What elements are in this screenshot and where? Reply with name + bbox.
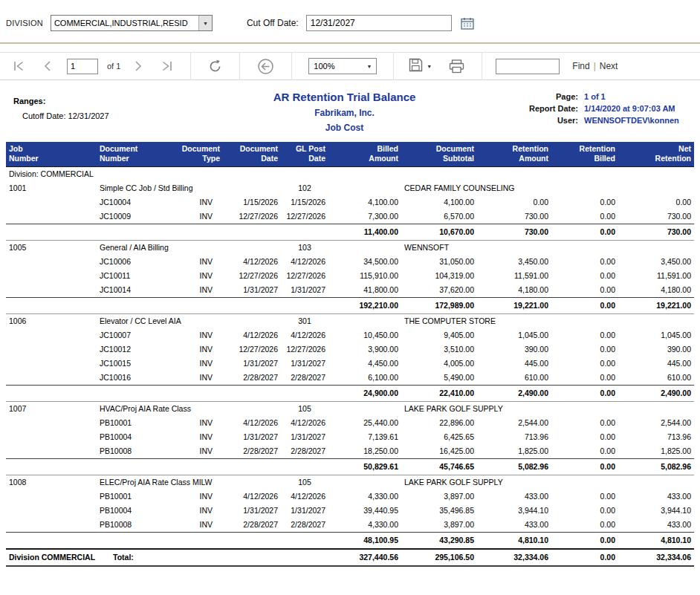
export-button[interactable]: ▼ bbox=[409, 58, 432, 75]
amount-cell: 31,050.00 bbox=[401, 255, 477, 269]
subtotal-amount-cell: 24,900.00 bbox=[328, 386, 401, 402]
toolbar-separator bbox=[291, 53, 292, 80]
cutoff-date-label: Cut Off Date: bbox=[247, 18, 299, 28]
amount-cell: 0.00 bbox=[551, 255, 618, 269]
refresh-icon[interactable] bbox=[205, 58, 225, 75]
date-cell: 4/12/2026 bbox=[281, 255, 328, 269]
first-page-button[interactable] bbox=[10, 59, 27, 73]
zoom-value: 100% bbox=[314, 62, 334, 71]
print-icon[interactable] bbox=[446, 58, 467, 75]
page-label: Page: bbox=[516, 92, 578, 101]
empty-cell bbox=[6, 328, 97, 342]
zoom-select[interactable]: 100% ▼ bbox=[308, 58, 377, 74]
amount-cell: 0.00 bbox=[551, 328, 618, 342]
chevron-down-icon: ▼ bbox=[427, 64, 432, 69]
subtotal-amount-cell: 730.00 bbox=[618, 224, 694, 241]
date-cell: 12/27/2026 bbox=[223, 209, 281, 224]
amount-cell: 4,100.00 bbox=[401, 195, 477, 209]
division-total-row: Division COMMERCIALTotal:327,440.56295,1… bbox=[6, 549, 694, 566]
amount-cell: 1,045.00 bbox=[477, 328, 551, 342]
column-header: DocumentNumber bbox=[97, 142, 175, 167]
document-number-cell: PB10004 bbox=[97, 504, 175, 518]
empty-cell bbox=[6, 490, 97, 504]
last-page-button[interactable] bbox=[158, 59, 176, 73]
job-description-cell: HVAC/Proj AIA Rate Class bbox=[97, 402, 223, 417]
date-cell: 1/15/2026 bbox=[223, 195, 281, 209]
document-number-cell: JC10014 bbox=[97, 283, 175, 298]
amount-cell: 390.00 bbox=[477, 342, 551, 357]
next-link[interactable]: Next bbox=[600, 61, 618, 71]
page-value: 1 of 1 bbox=[578, 92, 694, 101]
document-row: PB10004INV1/31/20271/31/20277,139.616,42… bbox=[6, 430, 694, 444]
division-label: DIVISION bbox=[6, 19, 43, 27]
subtotal-amount-cell: 45,746.65 bbox=[401, 459, 477, 475]
empty-cell bbox=[618, 475, 694, 490]
amount-cell: 34,500.00 bbox=[328, 255, 401, 269]
date-cell: 2/28/2027 bbox=[281, 371, 328, 386]
subtotal-amount-cell: 43,290.85 bbox=[401, 533, 477, 550]
customer-cell: CEDAR FAMILY COUNSELING bbox=[401, 181, 551, 195]
find-input[interactable] bbox=[496, 59, 560, 74]
empty-cell bbox=[6, 269, 97, 283]
user-label: User: bbox=[516, 116, 578, 125]
customer-cell: LAKE PARK GOLF SUPPLY bbox=[401, 402, 551, 417]
division-dropdown[interactable]: COMMERCIAL,INDUSTRIAL,RESID ▼ bbox=[51, 15, 213, 31]
document-type-cell: INV bbox=[175, 328, 223, 342]
subtotal-amount-cell: 5,082.96 bbox=[618, 459, 694, 475]
job-number-cell: 1006 bbox=[6, 314, 97, 329]
document-number-cell: PB10008 bbox=[97, 444, 175, 459]
empty-cell bbox=[6, 255, 97, 269]
subtotal-amount-cell: 48,100.95 bbox=[328, 533, 401, 550]
empty-cell bbox=[6, 357, 97, 371]
chevron-down-icon[interactable]: ▼ bbox=[198, 16, 212, 30]
document-type-cell: INV bbox=[175, 195, 223, 209]
cutoff-date-input[interactable] bbox=[306, 15, 452, 31]
empty-cell bbox=[6, 371, 97, 386]
job-subtotal-row: 48,100.9543,290.854,810.100.004,810.10 bbox=[6, 533, 694, 550]
page-number-input[interactable] bbox=[67, 59, 98, 74]
amount-cell: 2,544.00 bbox=[618, 416, 694, 430]
calendar-icon[interactable] bbox=[461, 17, 474, 30]
amount-cell: 433.00 bbox=[477, 518, 551, 533]
save-icon bbox=[409, 58, 423, 75]
amount-cell: 6,570.00 bbox=[401, 209, 477, 224]
toolbar-separator bbox=[239, 53, 240, 80]
prev-page-button[interactable] bbox=[41, 59, 54, 73]
gl-code-cell: 105 bbox=[281, 475, 328, 490]
subtotal-amount-cell: 0.00 bbox=[551, 533, 618, 550]
column-header: NetRetention bbox=[618, 142, 694, 167]
find-link[interactable]: Find bbox=[572, 61, 589, 71]
back-to-parent-icon[interactable] bbox=[254, 56, 277, 77]
amount-cell: 4,450.00 bbox=[328, 357, 401, 371]
job-number-cell: 1005 bbox=[6, 241, 97, 256]
empty-cell bbox=[618, 314, 694, 329]
column-header: JobNumber bbox=[6, 142, 97, 167]
parameter-divider bbox=[0, 42, 700, 44]
next-page-button[interactable] bbox=[132, 59, 145, 73]
amount-cell: 390.00 bbox=[618, 342, 694, 357]
amount-cell: 11,591.00 bbox=[618, 269, 694, 283]
date-cell: 1/31/2027 bbox=[281, 357, 328, 371]
table-body: Division: COMMERCIAL1001Simple CC Job / … bbox=[6, 167, 694, 567]
amount-cell: 4,005.00 bbox=[401, 357, 477, 371]
date-cell: 4/12/2026 bbox=[223, 490, 281, 504]
empty-cell bbox=[6, 224, 328, 241]
amount-cell: 0.00 bbox=[551, 518, 618, 533]
document-row: JC10009INV12/27/202612/27/20267,300.006,… bbox=[6, 209, 694, 224]
document-row: JC10014INV1/31/20271/31/202741,800.0037,… bbox=[6, 283, 694, 298]
job-number-cell: 1008 bbox=[6, 475, 97, 490]
empty-cell bbox=[618, 181, 694, 195]
report-meta-block: Page: 1 of 1 Report Date: 1/14/2020 at 9… bbox=[516, 91, 694, 133]
document-type-cell: INV bbox=[175, 371, 223, 386]
subtotal-amount-cell: 19,221.00 bbox=[477, 298, 551, 314]
amount-cell: 433.00 bbox=[618, 518, 694, 533]
ranges-cutoff-line: Cutoff Date: 12/31/2027 bbox=[13, 111, 173, 120]
amount-cell: 41,800.00 bbox=[328, 283, 401, 298]
document-type-cell: INV bbox=[175, 209, 223, 224]
amount-cell: 6,100.00 bbox=[328, 371, 401, 386]
empty-cell bbox=[328, 181, 401, 195]
report-title: AR Retention Trial Balance bbox=[173, 91, 516, 103]
document-type-cell: INV bbox=[175, 430, 223, 444]
document-number-cell: PB10008 bbox=[97, 518, 175, 533]
amount-cell: 11,591.00 bbox=[477, 269, 551, 283]
